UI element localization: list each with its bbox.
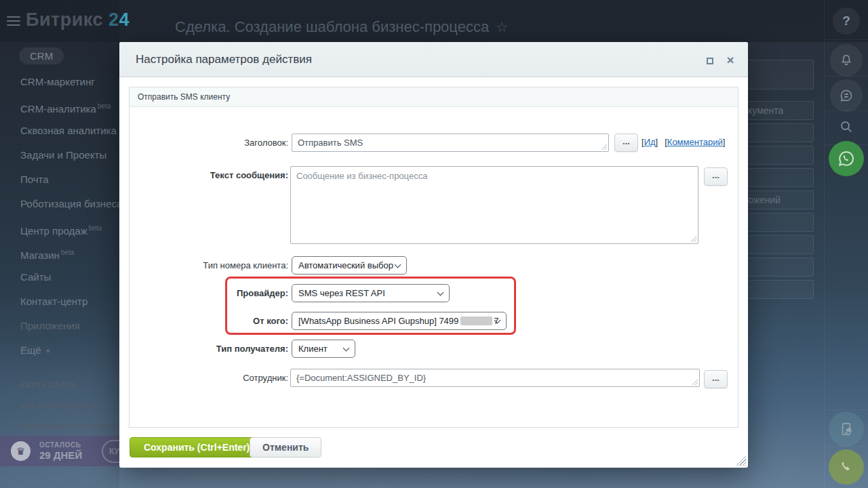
sender-select[interactable]: [WhatsApp Business API Gupshup] 74997 — [292, 312, 507, 330]
panel-row — [738, 280, 814, 299]
recipient-type-select[interactable]: Клиент — [292, 340, 355, 358]
beta-badge: beta — [89, 224, 102, 232]
recipient-type-label: Тип получателя: — [133, 344, 288, 354]
chevron-down-icon — [343, 345, 350, 352]
panel-row — [738, 168, 814, 187]
sidebar-footer-links: КАРТА САЙТА НАСТРОИТЬ МЕНЮ ПРИГЛАСИТЬ СО… — [0, 375, 119, 438]
maximize-icon[interactable] — [704, 55, 716, 66]
panel-row — [738, 213, 814, 232]
panel-row — [738, 146, 814, 165]
title-links: [Ид][Комментарий] — [642, 137, 725, 147]
id-link[interactable]: Ид — [644, 137, 656, 147]
modal-header: Настройка параметров действия × — [119, 42, 748, 77]
chevron-down-icon — [395, 262, 401, 268]
configure-menu-link[interactable]: НАСТРОИТЬ МЕНЮ — [0, 396, 119, 417]
favorite-star-icon[interactable]: ☆ — [496, 20, 508, 35]
employee-label: Сотрудник: — [133, 373, 288, 383]
sidebar-item-more[interactable]: Ещё — [0, 338, 119, 363]
employee-more-button[interactable]: ... — [704, 370, 728, 388]
title-more-button[interactable]: ... — [614, 134, 638, 152]
provider-select[interactable]: SMS через REST API — [292, 284, 450, 302]
bitrix24-workflow-page: Битрикс 24 Сделка. Создание шаблона бизн… — [0, 0, 868, 488]
invite-employees-link[interactable]: ПРИГЛАСИТЬ СОТРУДНИКОВ — [0, 417, 119, 438]
message-more-button[interactable]: ... — [704, 167, 728, 186]
right-icon-rail: ? — [824, 0, 868, 488]
message-textarea[interactable]: Сообщение из бизнес-процесса — [290, 166, 698, 244]
cancel-button[interactable]: Отменить — [250, 437, 321, 458]
trial-days-value: 29 ДНЕЙ — [39, 449, 82, 461]
help-icon[interactable]: ? — [833, 7, 860, 35]
sidebar-item-crm[interactable]: CRM — [19, 47, 64, 64]
sidebar-item-sales-center[interactable]: Центр продажbeta — [0, 216, 119, 241]
panel-row — [738, 235, 814, 254]
sidebar-item-end-to-end-analytics[interactable]: Сквозная аналитика — [0, 119, 119, 143]
number-type-label: Тип номера клиента: — [133, 260, 288, 270]
action-settings-modal: Настройка параметров действия × Отправит… — [119, 42, 748, 468]
sidebar-item-sites[interactable]: Сайты — [0, 265, 119, 289]
sidebar-item-rpa[interactable]: Роботизация бизнеса — [0, 192, 119, 216]
close-icon[interactable]: × — [724, 55, 736, 66]
beta-badge: beta — [61, 249, 74, 256]
panel-row — [738, 258, 814, 277]
page-title: Сделка. Создание шаблона бизнес-процесса… — [175, 18, 508, 36]
sidebar-item-applications[interactable]: Приложения — [0, 314, 119, 338]
phone-call-icon[interactable] — [829, 449, 864, 485]
sidebar-item-mail[interactable]: Почта — [0, 167, 119, 192]
messenger-chat-icon[interactable] — [830, 79, 863, 112]
sidebar-item-store[interactable]: Магазинbeta — [0, 241, 119, 265]
sitemap-link[interactable]: КАРТА САЙТА — [0, 375, 119, 396]
mobile-app-icon[interactable] — [829, 411, 864, 447]
chevron-down-icon — [437, 289, 444, 296]
sender-label: От кого: — [133, 316, 288, 326]
sidebar-menu: CRM-маркетинг CRM-аналитикаbeta Сквозная… — [0, 70, 119, 363]
sidebar-item-crm-marketing[interactable]: CRM-маркетинг — [0, 70, 119, 94]
search-icon[interactable] — [833, 113, 860, 140]
provider-label: Провайдер: — [133, 288, 288, 298]
employee-input[interactable] — [290, 369, 700, 387]
notifications-bell-icon[interactable] — [830, 44, 863, 77]
workflow-designer-panel: кумента ожений — [738, 0, 814, 488]
beta-badge: beta — [98, 102, 111, 110]
number-type-select[interactable]: Автоматический выбор — [292, 256, 407, 274]
left-sidebar: CRM CRM-маркетинг CRM-аналитикаbeta Скво… — [0, 0, 119, 488]
activity-title-bar: Отправить SMS клиенту — [129, 87, 738, 107]
trial-remaining-label: ОСТАЛОСЬ — [39, 441, 81, 449]
panel-row — [738, 123, 814, 142]
message-field-label: Текст сообщения: — [133, 170, 288, 180]
whatsapp-icon[interactable] — [829, 141, 864, 176]
comment-link[interactable]: Комментарий — [667, 137, 723, 147]
chevron-down-icon — [45, 350, 51, 353]
title-field-label: Заголовок: — [133, 138, 288, 148]
panel-row: кумента — [738, 101, 814, 120]
sidebar-item-contact-center[interactable]: Контакт-центр — [0, 289, 119, 314]
sidebar-item-crm-analytics[interactable]: CRM-аналитикаbeta — [0, 94, 119, 119]
redacted-phone-digits — [460, 317, 492, 325]
title-input[interactable] — [292, 134, 609, 152]
sidebar-item-tasks-projects[interactable]: Задачи и Проекты — [0, 143, 119, 167]
modal-title: Настройка параметров действия — [136, 53, 312, 66]
save-button[interactable]: Сохранить (Ctrl+Enter) — [130, 437, 264, 458]
panel-row — [738, 60, 814, 89]
panel-row: ожений — [738, 190, 814, 209]
modal-resize-grip-icon[interactable] — [736, 455, 746, 466]
crown-icon: ♛ — [11, 441, 31, 461]
